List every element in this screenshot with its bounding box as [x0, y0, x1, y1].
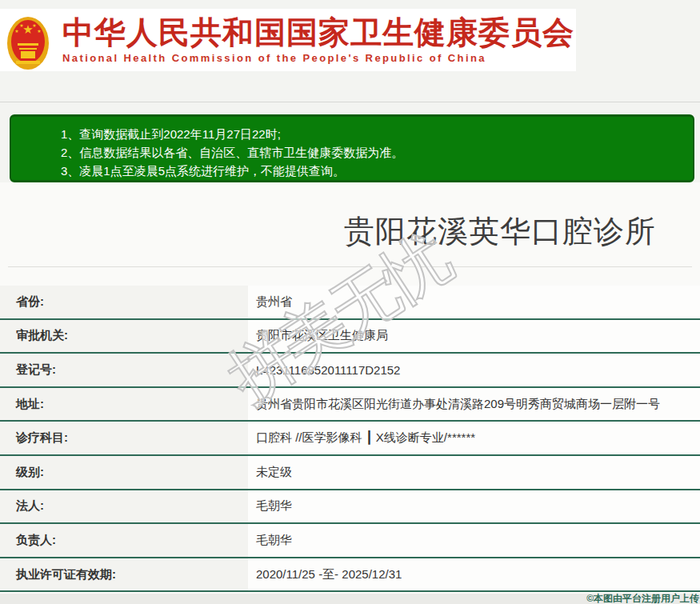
svg-text:★: ★	[32, 22, 36, 28]
field-value: 口腔科 //医学影像科 ┃ X线诊断专业/******	[248, 422, 700, 454]
field-value: 未定级	[248, 456, 700, 489]
field-label: 地址:	[0, 388, 248, 421]
table-row: 省份: 贵州省	[0, 286, 700, 320]
field-label: 省份:	[0, 286, 248, 318]
field-value: 贵州省贵阳市花溪区阳光街道办事处清溪路209号明秀商贸城商场一层附一号	[248, 388, 700, 421]
record-table: 省份: 贵州省 审批机关: 贵阳市花溪区卫生健康局 登记号: L42311168…	[0, 286, 700, 592]
footer-strip: ©本图由平台注册用户上传	[0, 594, 700, 604]
field-value: 贵阳市花溪区卫生健康局	[248, 320, 700, 353]
upload-copyright-note: ©本图由平台注册用户上传	[586, 594, 699, 604]
notice-line: 3、凌晨1点至凌晨5点系统进行维护，不能提供查询。	[61, 162, 685, 180]
field-value: 2020/11/25 -至- 2025/12/31	[248, 558, 700, 591]
svg-text:★: ★	[14, 28, 18, 34]
header-titles: 中华人民共和国国家卫生健康委员会 National Health Commiss…	[62, 17, 574, 64]
table-row: 登记号: L4231116852011117D2152	[0, 354, 700, 388]
site-title-english: National Health Commission of the People…	[62, 52, 574, 64]
svg-text:★: ★	[19, 22, 23, 28]
table-row: 审批机关: 贵阳市花溪区卫生健康局	[0, 320, 700, 354]
field-label: 执业许可证有效期:	[0, 558, 248, 591]
notice-line: 2、信息数据结果以各省、自治区、直辖市卫生健康委数据为准。	[61, 143, 685, 162]
table-row: 法人: 毛朝华	[0, 490, 700, 525]
field-value: 贵州省	[248, 286, 700, 318]
field-value: 毛朝华	[248, 490, 700, 523]
field-label: 审批机关:	[0, 320, 248, 353]
svg-text:★: ★	[37, 28, 41, 34]
clinic-name-title: 贵阳花溪英华口腔诊所	[344, 214, 656, 248]
notice-line: 1、查询数据截止到2022年11月27日22时;	[61, 125, 685, 143]
field-label: 级别:	[0, 456, 248, 489]
query-result-panel: 贵阳花溪英华口腔诊所 省份: 贵州省 审批机关: 贵阳市花溪区卫生健康局 登记号…	[0, 182, 700, 604]
field-label: 登记号:	[0, 354, 248, 386]
notice-box: 1、查询数据截止到2022年11月27日22时; 2、信息数据结果以各省、自治区…	[10, 114, 694, 182]
national-emblem-icon: ★ ★ ★ ★ ★	[6, 16, 50, 70]
table-row: 诊疗科目: 口腔科 //医学影像科 ┃ X线诊断专业/******	[0, 422, 700, 456]
field-value: 毛朝华	[248, 524, 700, 557]
title-divider	[8, 266, 692, 267]
field-label: 法人:	[0, 490, 248, 523]
table-row: 级别: 未定级	[0, 456, 700, 490]
site-header: ★ ★ ★ ★ ★ 中华人民共和国国家卫生健康委员会 National Heal…	[0, 9, 576, 71]
field-label: 诊疗科目:	[0, 422, 248, 454]
header-divider	[0, 102, 700, 102]
table-row: 执业许可证有效期: 2020/11/25 -至- 2025/12/31	[0, 558, 700, 593]
site-title-chinese: 中华人民共和国国家卫生健康委员会	[62, 17, 574, 49]
field-label: 负责人:	[0, 524, 248, 557]
field-value: L4231116852011117D2152	[248, 354, 700, 386]
table-row: 负责人: 毛朝华	[0, 524, 700, 558]
table-row: 地址: 贵州省贵阳市花溪区阳光街道办事处清溪路209号明秀商贸城商场一层附一号	[0, 388, 700, 422]
